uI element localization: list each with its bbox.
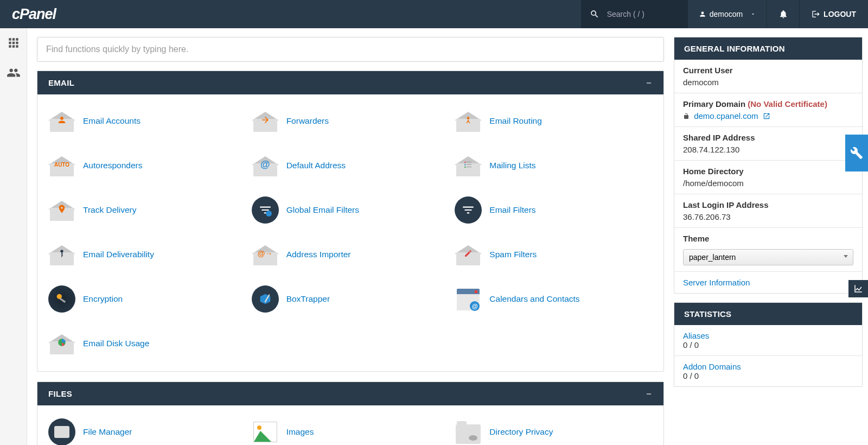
- cpanel-logo: cPanel: [0, 6, 68, 23]
- chevron-down-icon: [750, 11, 756, 17]
- svg-rect-8: [60, 298, 66, 303]
- general-info-header: GENERAL INFORMATION: [674, 37, 862, 60]
- item-boxtrapper[interactable]: BoxTrapper: [252, 282, 450, 316]
- theme-select[interactable]: paper_lantern: [683, 249, 853, 265]
- svg-rect-3: [467, 164, 471, 165]
- at-arrow-icon: @→: [260, 249, 270, 258]
- funnel-globe-icon: [258, 203, 272, 217]
- item-spam-filters[interactable]: Spam Filters: [455, 238, 653, 271]
- funnel-icon: [461, 203, 475, 217]
- vertical-nav: [0, 28, 27, 445]
- global-search[interactable]: [581, 0, 687, 28]
- addon-domains-link[interactable]: Addon Domains: [683, 362, 741, 371]
- item-directory-privacy[interactable]: Directory Privacy: [455, 415, 653, 445]
- item-images[interactable]: Images: [252, 415, 450, 445]
- row-server-info[interactable]: Server Information: [674, 272, 862, 293]
- row-primary-domain: Primary Domain (No Valid Certificate) de…: [674, 93, 862, 127]
- search-input[interactable]: [607, 10, 672, 18]
- row-last-login: Last Login IP Address36.76.206.73: [674, 194, 862, 228]
- chart-icon: [853, 284, 863, 294]
- item-global-filters[interactable]: Global Email Filters: [252, 193, 450, 227]
- item-address-importer[interactable]: @→Address Importer: [252, 238, 450, 271]
- collapse-icon: [645, 79, 653, 87]
- svg-point-6: [266, 211, 272, 217]
- svg-rect-0: [465, 162, 466, 163]
- location-icon: [57, 204, 67, 214]
- auto-icon: AUTO: [57, 160, 67, 169]
- notifications-button[interactable]: [767, 0, 799, 28]
- username: democom: [710, 10, 743, 18]
- item-calendars-contacts[interactable]: @Calendars and Contacts: [455, 282, 653, 316]
- row-home-dir: Home Directory/home/democom: [674, 161, 862, 194]
- image-icon: [253, 422, 277, 442]
- pie-icon: [57, 338, 67, 347]
- users-icon: [7, 66, 21, 80]
- external-link-icon: [763, 112, 770, 120]
- search-icon: [590, 9, 599, 19]
- item-file-manager[interactable]: File Manager: [48, 415, 246, 445]
- person-icon: [57, 115, 67, 125]
- domain-link[interactable]: demo.cpanel.com: [694, 111, 758, 120]
- item-encryption[interactable]: Encryption: [48, 282, 246, 316]
- pen-icon: [464, 248, 473, 259]
- row-aliases: Aliases0 / 0: [674, 325, 862, 356]
- svg-rect-1: [467, 162, 471, 163]
- server-icon: [48, 418, 75, 445]
- email-panel: EMAIL Email Accounts Forwarders Email Ro…: [37, 71, 664, 372]
- top-header: cPanel democom LOGOUT: [0, 0, 868, 28]
- bell-icon: [778, 9, 788, 19]
- sidebar: GENERAL INFORMATION Current Userdemocom …: [674, 28, 868, 445]
- user-icon: [699, 10, 706, 18]
- collapse-icon: [645, 390, 653, 398]
- item-mailing-lists[interactable]: Mailing Lists: [455, 149, 653, 182]
- route-icon: [463, 115, 473, 125]
- svg-rect-2: [465, 164, 466, 165]
- item-email-filters[interactable]: Email Filters: [455, 193, 653, 227]
- at-icon: @: [260, 160, 270, 169]
- item-email-disk-usage[interactable]: Email Disk Usage: [48, 327, 246, 360]
- calendar-icon: @: [455, 285, 482, 313]
- unlock-icon: [683, 113, 690, 119]
- folder-eye-icon: [456, 424, 481, 444]
- main-content: EMAIL Email Accounts Forwarders Email Ro…: [27, 28, 674, 445]
- svg-rect-4: [465, 167, 466, 168]
- item-default-address[interactable]: @Default Address: [252, 149, 450, 182]
- list-icon: [463, 160, 473, 169]
- email-panel-header[interactable]: EMAIL: [37, 71, 663, 94]
- logout-icon: [812, 10, 820, 18]
- box-pin-icon: [258, 291, 273, 307]
- files-panel: FILES File Manager Images Directory Priv…: [37, 382, 664, 445]
- key-icon: [58, 247, 66, 259]
- wrench-tab[interactable]: [845, 135, 868, 171]
- stats-tab[interactable]: [848, 280, 868, 297]
- general-info-card: GENERAL INFORMATION Current Userdemocom …: [674, 37, 863, 294]
- row-addon-domains: Addon Domains0 / 0: [674, 356, 862, 386]
- statistics-card: STATISTICS Aliases0 / 0 Addon Domains0 /…: [674, 302, 863, 387]
- key-lock-icon: [54, 291, 69, 307]
- files-panel-header[interactable]: FILES: [37, 382, 663, 405]
- item-forwarders[interactable]: Forwarders: [252, 104, 450, 138]
- arrow-right-icon: [260, 115, 270, 125]
- svg-rect-5: [467, 167, 471, 168]
- item-autoresponders[interactable]: AUTOAutoresponders: [48, 149, 246, 182]
- grid-icon: [7, 36, 21, 50]
- statistics-header: STATISTICS: [674, 303, 862, 325]
- item-email-routing[interactable]: Email Routing: [455, 104, 653, 138]
- logout-button[interactable]: LOGOUT: [799, 0, 868, 28]
- wrench-icon: [850, 147, 863, 160]
- row-theme: Themepaper_lantern: [674, 228, 862, 272]
- row-current-user: Current Userdemocom: [674, 60, 862, 93]
- quick-find-input[interactable]: [37, 37, 664, 62]
- user-menu[interactable]: democom: [687, 0, 767, 28]
- item-email-deliverability[interactable]: Email Deliverability: [48, 238, 246, 271]
- item-email-accounts[interactable]: Email Accounts: [48, 104, 246, 138]
- nav-users[interactable]: [7, 66, 21, 81]
- row-shared-ip: Shared IP Address208.74.122.130: [674, 127, 862, 161]
- item-track-delivery[interactable]: Track Delivery: [48, 193, 246, 227]
- nav-apps[interactable]: [7, 36, 21, 52]
- aliases-link[interactable]: Aliases: [683, 331, 709, 340]
